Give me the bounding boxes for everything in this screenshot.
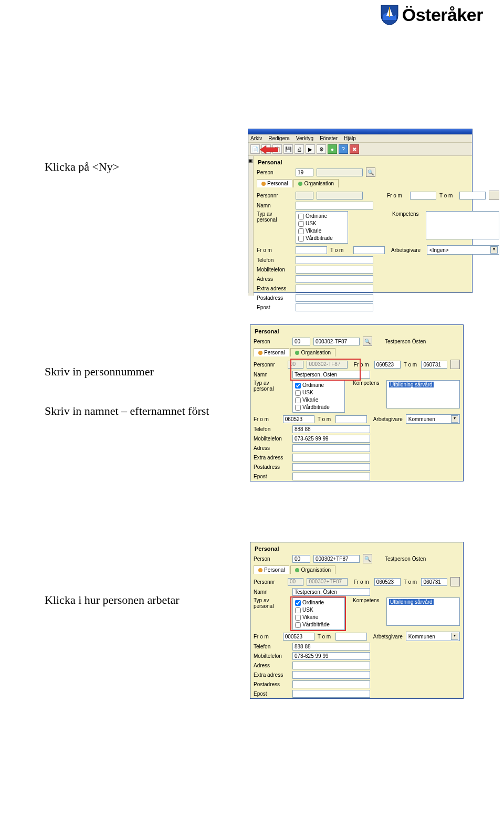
chk-usk[interactable]: USK xyxy=(298,220,345,227)
chk-ordinarie[interactable]: Ordinarie xyxy=(298,213,345,220)
label-from-3: Fr o m xyxy=(354,579,371,585)
select-arbetsgivare-2[interactable]: Kommunen▾ xyxy=(406,414,460,424)
input-extra[interactable] xyxy=(296,285,373,292)
tab-organisation-2[interactable]: Organisation xyxy=(290,348,335,356)
copy-button[interactable] xyxy=(489,191,499,200)
input-namn[interactable] xyxy=(296,202,373,209)
input-from2-3[interactable] xyxy=(283,633,314,641)
input-person-id[interactable] xyxy=(296,169,313,176)
instruction-3: Skriv in namnet – efternamnet först xyxy=(45,404,209,418)
tab-personal-2[interactable]: Personal xyxy=(254,348,289,356)
input-personnr-prefix-2: 00 xyxy=(288,361,304,369)
input-person-prefix-2[interactable] xyxy=(292,338,310,345)
input-tom-2[interactable] xyxy=(421,361,447,369)
label-extra-2: Extra adress xyxy=(254,455,289,460)
input-tom2[interactable] xyxy=(353,246,385,254)
input-person-nr-3[interactable] xyxy=(313,555,360,563)
input-mobil[interactable] xyxy=(296,266,373,274)
select-arbetsgivare[interactable]: <Ingen>▾ xyxy=(427,245,499,255)
input-from2[interactable] xyxy=(296,246,327,254)
input-adress-3[interactable] xyxy=(292,662,370,669)
chk-vikarie-3[interactable]: Vikarie xyxy=(295,614,342,621)
input-namn-2[interactable] xyxy=(292,371,370,379)
label-kompetens-3: Kompetens xyxy=(353,597,383,603)
tab-personal[interactable]: Personal xyxy=(257,179,292,187)
chk-ordinarie-3[interactable]: Ordinarie xyxy=(295,599,342,606)
sidebar-icon[interactable]: ▣ xyxy=(248,158,253,163)
menu-hjalp[interactable]: Hjälp xyxy=(344,135,356,141)
menu-verktyg[interactable]: Verktyg xyxy=(296,135,313,141)
input-tom-3[interactable] xyxy=(421,578,447,586)
label-mobil-3: Mobiltelefon xyxy=(254,653,289,659)
label-arbetsgivare: Arbetsgivare xyxy=(391,247,424,253)
input-personnr-2: 000302-TF87 xyxy=(307,361,347,369)
input-from2-2[interactable] xyxy=(283,415,314,423)
copy-button-2[interactable] xyxy=(450,360,460,369)
input-person-prefix-3[interactable] xyxy=(292,555,310,563)
logo-shield-icon xyxy=(380,4,399,25)
menu-redigera[interactable]: Redigera xyxy=(268,135,290,141)
input-extra-3[interactable] xyxy=(292,671,370,679)
input-epost-2[interactable] xyxy=(292,473,370,480)
input-from-2[interactable] xyxy=(374,361,401,369)
input-extra-2[interactable] xyxy=(292,454,370,462)
input-epost-3[interactable] xyxy=(292,690,370,698)
toolbar-btn-5[interactable]: 🖨 xyxy=(295,144,304,154)
label-personnr-2: Personnr xyxy=(254,362,285,368)
chk-usk-2[interactable]: USK xyxy=(295,389,342,396)
chk-vardbitrade-3[interactable]: Vårdbiträde xyxy=(295,621,342,628)
listbox-kompetens-3[interactable]: Utbildning sårvård xyxy=(386,597,460,626)
chk-ordinarie-2[interactable]: Ordinarie xyxy=(295,382,342,389)
screenshot-1: AArkivrkiv Redigera Verktyg Fönster Hjäl… xyxy=(248,129,472,293)
input-mobil-2[interactable] xyxy=(292,435,370,443)
label-personnr: Personnr xyxy=(257,193,292,198)
toolbar-btn-6[interactable]: ▶ xyxy=(306,144,315,154)
copy-button-3[interactable] xyxy=(450,577,460,586)
input-person-nr-2[interactable] xyxy=(313,338,360,345)
input-tom2-3[interactable] xyxy=(335,633,367,641)
input-adress-2[interactable] xyxy=(292,444,370,452)
listbox-kompetens[interactable] xyxy=(426,211,499,239)
input-namn-3[interactable] xyxy=(292,588,370,596)
chk-usk-3[interactable]: USK xyxy=(295,606,342,614)
input-from[interactable] xyxy=(410,192,436,200)
label-adress-2: Adress xyxy=(254,445,289,451)
input-postadress-3[interactable] xyxy=(292,680,370,688)
input-telefon-2[interactable] xyxy=(292,425,370,433)
checkbox-group-typ-2: Ordinarie USK Vikarie Vårdbiträde xyxy=(292,380,345,413)
toolbar-btn-8[interactable]: ● xyxy=(328,144,337,154)
menu-fonster[interactable]: Fönster xyxy=(320,135,338,141)
label-from2: Fr o m xyxy=(257,247,292,253)
label-adress-3: Adress xyxy=(254,663,289,668)
chk-vikarie-2[interactable]: Vikarie xyxy=(295,396,342,404)
search-person-button-2[interactable]: 🔍 xyxy=(363,337,372,346)
input-postadress[interactable] xyxy=(296,294,373,302)
checkbox-group-typ: Ordinarie USK Vikarie Vårdbiträde xyxy=(296,211,348,244)
input-adress[interactable] xyxy=(296,275,373,283)
input-telefon-3[interactable] xyxy=(292,643,370,651)
input-from-3[interactable] xyxy=(374,578,401,586)
select-arbetsgivare-3[interactable]: Kommunen▾ xyxy=(406,632,460,641)
listbox-kompetens-2[interactable]: Utbildning sårvård xyxy=(386,380,460,408)
input-postadress-2[interactable] xyxy=(292,463,370,471)
input-tom[interactable] xyxy=(459,192,486,200)
chk-vardbitrade[interactable]: Vårdbiträde xyxy=(298,235,345,242)
search-person-button[interactable]: 🔍 xyxy=(366,167,375,177)
tab-personal-3[interactable]: Personal xyxy=(254,565,289,574)
toolbar-new-button[interactable]: 📄 xyxy=(250,144,260,154)
toolbar-btn-10[interactable]: ✖ xyxy=(350,144,359,154)
tab-organisation[interactable]: Organisation xyxy=(293,179,339,187)
chk-vikarie[interactable]: Vikarie xyxy=(298,227,345,235)
menu-arkiv[interactable]: AArkivrkiv xyxy=(250,135,262,141)
chk-vardbitrade-2[interactable]: Vårdbiträde xyxy=(295,404,342,411)
input-telefon[interactable] xyxy=(296,256,373,264)
input-epost[interactable] xyxy=(296,303,373,311)
search-person-button-3[interactable]: 🔍 xyxy=(363,554,372,563)
label-arbetsgivare-2: Arbetsgivare xyxy=(373,416,403,422)
toolbar-btn-7[interactable]: ⚙ xyxy=(317,144,326,154)
toolbar-btn-9[interactable]: ? xyxy=(339,144,348,154)
input-tom2-2[interactable] xyxy=(335,415,367,423)
input-mobil-3[interactable] xyxy=(292,652,370,660)
tab-organisation-3[interactable]: Organisation xyxy=(290,565,335,574)
toolbar-btn-4[interactable]: 💾 xyxy=(284,144,293,154)
